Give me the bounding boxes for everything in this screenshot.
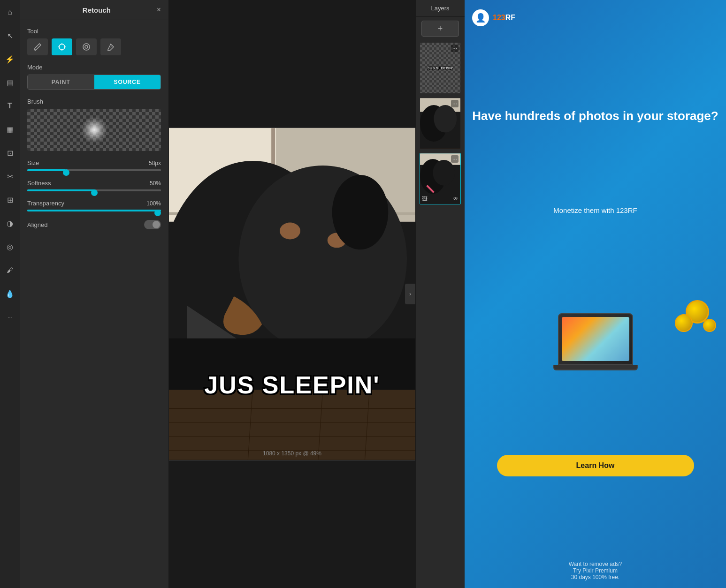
retouch-panel: Retouch × Tool [20,0,169,588]
add-layer-button[interactable]: + [421,21,459,37]
layer-active-more-button[interactable]: ··· [451,155,459,163]
ad-laptop-base [553,365,638,370]
paintbrush-tool-button[interactable] [27,38,48,55]
more-icon[interactable]: ··· [2,309,17,324]
transparency-label: Transparency [27,200,64,207]
retouch-header: Retouch × [20,0,168,20]
text-tool-icon[interactable]: T [2,98,17,113]
ad-logo-text: 123RF [493,14,515,22]
size-value: 58px [149,160,161,166]
cursor-icon[interactable]: ↖ [2,28,17,43]
canvas-wrapper: JUS SLEEPIN' 1080 x 1350 px @ 49% [169,128,415,460]
eraser-tool-button[interactable] [100,38,121,55]
ad-headline: Have hundreds of photos in your storage? [472,109,718,123]
brush-circle [81,117,107,143]
crop-icon[interactable]: ⊡ [2,145,17,160]
layers-header: Layers [416,0,465,17]
retouch-body: Tool [20,20,168,237]
ad-logo-icon: 👤 [472,9,489,26]
layer-visibility-icon[interactable]: 👁 [453,196,459,202]
tool-buttons [27,38,161,55]
mode-buttons: PAINT SOURCE [27,75,161,90]
svg-point-27 [434,105,457,133]
brush-section: Brush [27,98,161,151]
ad-logo-row: 👤 123RF [472,9,515,26]
ad-remove-ads: Want to remove ads? Try Pixlr Premium 30… [569,561,622,580]
aligned-label: Aligned [27,221,47,228]
brush-preview [27,109,161,151]
svg-point-12 [280,223,300,240]
softness-slider-row: Softness 50% [27,180,161,191]
ad-laptop-screen [562,317,629,361]
canvas-status: 1080 x 1350 px @ 49% [263,450,321,457]
svg-rect-16 [169,390,415,460]
ad-visual [472,295,718,370]
svg-point-0 [59,44,65,50]
dropper-icon[interactable]: 💧 [2,286,17,301]
ad-coin-2 [675,314,693,332]
grid-icon[interactable]: ▦ [2,122,17,137]
retouch-close-button[interactable]: × [157,6,161,14]
layer-more-button[interactable]: ··· [451,45,459,52]
source-mode-button[interactable]: SOURCE [94,75,161,89]
aligned-row: Aligned [27,220,161,229]
layer-item-photo[interactable]: ··· [420,98,461,149]
brush-label: Brush [27,98,161,105]
layers-panel-toggle[interactable]: › [405,284,415,304]
sliders-icon[interactable]: ⊞ [2,192,17,207]
softness-label: Softness [27,180,51,187]
layer-photo-more-button[interactable]: ··· [451,100,459,107]
layer-image-icon[interactable]: 🖼 [422,196,428,202]
left-icon-bar: ⌂ ↖ ⚡ ▤ T ▦ ⊡ ✂ ⊞ ◑ ◎ 🖌 💧 ··· [0,0,20,588]
layer-item-active[interactable]: ··· 🖼 👁 [420,153,461,204]
aligned-toggle-knob [153,221,160,228]
size-label: Size [27,159,39,166]
ad-laptop [558,313,633,365]
mode-section: Mode PAINT SOURCE [27,64,161,90]
mode-label: Mode [27,64,161,71]
layers-column: Layers + JUS SLEEPIN' ··· ··· [415,0,465,588]
layer-item-text[interactable]: JUS SLEEPIN' ··· [420,42,461,94]
transparency-slider-row: Transparency 100% [27,200,161,211]
circle-half-icon[interactable]: ◑ [2,216,17,231]
ad-panel: 👤 123RF Have hundreds of photos in your … [465,0,726,588]
tool-section: Tool [27,28,161,55]
learn-how-button[interactable]: Learn How [497,455,694,476]
brush-side-icon[interactable]: 🖌 [2,263,17,278]
aligned-toggle[interactable] [144,220,161,229]
svg-point-14 [332,175,388,249]
svg-point-2 [85,45,88,48]
size-slider[interactable] [27,169,161,171]
healing-tool-button[interactable] [76,38,97,55]
scissors-icon[interactable]: ✂ [2,169,17,184]
transparency-slider[interactable] [27,210,161,211]
svg-point-31 [433,160,455,186]
layer-text-preview: JUS SLEEPIN' [428,66,453,70]
main-canvas: JUS SLEEPIN' 1080 x 1350 px @ 49% › [169,0,415,588]
transparency-value: 100% [146,200,161,207]
canvas-svg [169,128,415,460]
size-slider-row: Size 58px [27,159,161,171]
canvas-image[interactable]: JUS SLEEPIN' [169,128,415,460]
softness-value: 50% [150,180,161,187]
svg-point-1 [83,44,90,50]
softness-slider[interactable] [27,189,161,191]
clone-stamp-tool-button[interactable] [52,38,72,55]
home-icon[interactable]: ⌂ [2,5,17,20]
ad-subheadline: Monetize them with 123RF [553,206,637,215]
lightning-icon[interactable]: ⚡ [2,52,17,67]
tool-label: Tool [27,28,161,35]
retouch-title: Retouch [37,6,157,14]
spiral-icon[interactable]: ◎ [2,239,17,254]
ad-coin-3 [703,319,716,332]
paint-mode-button[interactable]: PAINT [28,75,94,89]
layers-sidebar-icon[interactable]: ▤ [2,75,17,90]
canvas-text-overlay: JUS SLEEPIN' [204,371,380,399]
